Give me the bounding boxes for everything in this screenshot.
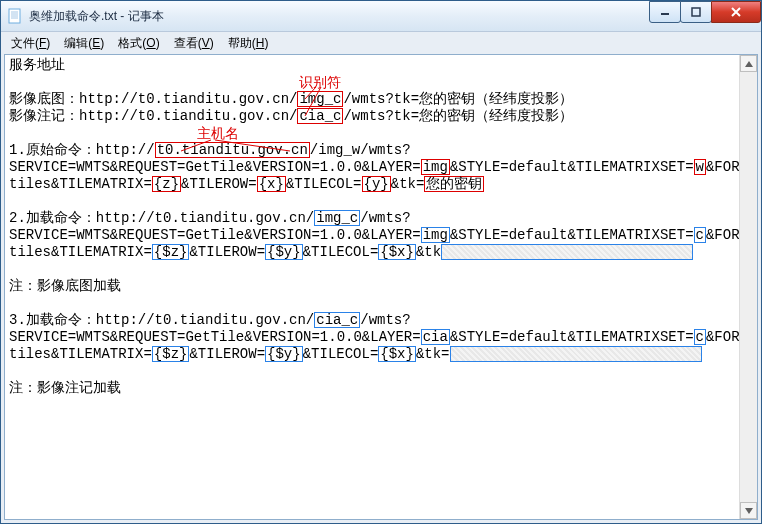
- close-button[interactable]: [711, 1, 761, 23]
- maximize-button[interactable]: [680, 1, 712, 23]
- titlebar[interactable]: 奥维加载命令.txt - 记事本: [1, 1, 761, 32]
- blank-line: [9, 363, 736, 380]
- highlight-cia_c: cia_c: [314, 312, 360, 328]
- highlight-layer: cia: [421, 329, 450, 345]
- highlight-z: {z}: [152, 176, 181, 192]
- censored-key: [441, 244, 693, 260]
- blank-line: [9, 261, 736, 278]
- highlight-img_c: img_c: [297, 91, 343, 107]
- highlight-layer: img: [421, 159, 450, 175]
- highlight-x: {$x}: [378, 244, 416, 260]
- text-line: 影像底图：http://t0.tianditu.gov.cn/img_c/wmt…: [9, 91, 736, 108]
- text-line: tiles&TILEMATRIX={z}&TILEROW={x}&TILECOL…: [9, 176, 736, 193]
- scroll-up-button[interactable]: [740, 55, 757, 72]
- annotation-line: 识别符: [9, 74, 736, 91]
- highlight-x: {x}: [257, 176, 286, 192]
- menu-edit[interactable]: 编辑(E): [58, 33, 110, 54]
- highlight-y: {y}: [362, 176, 391, 192]
- text-line: SERVICE=WMTS&REQUEST=GetTile&VERSION=1.0…: [9, 227, 736, 244]
- notepad-window: 奥维加载命令.txt - 记事本 文件(F) 编辑(E) 格式(O) 查看(V)…: [0, 0, 762, 524]
- svg-rect-6: [692, 8, 700, 16]
- text-line: 影像注记：http://t0.tianditu.gov.cn/cia_c/wmt…: [9, 108, 736, 125]
- highlight-hostname: t0.tianditu.gov.cn: [155, 142, 310, 158]
- text-line: tiles&TILEMATRIX={$z}&TILEROW={$y}&TILEC…: [9, 346, 736, 363]
- highlight-matrixset: c: [694, 227, 706, 243]
- scroll-down-button[interactable]: [740, 502, 757, 519]
- blank-line: [9, 295, 736, 312]
- menu-format[interactable]: 格式(O): [112, 33, 165, 54]
- menu-view[interactable]: 查看(V): [168, 33, 220, 54]
- highlight-z: {$z}: [152, 346, 190, 362]
- censored-key: [450, 346, 702, 362]
- text-line: 1.原始命令：http://t0.tianditu.gov.cn/img_w/w…: [9, 142, 736, 159]
- text-editor[interactable]: 服务地址 识别符 影像底图：http://t0.tianditu.gov.cn/…: [5, 55, 740, 519]
- vertical-scrollbar[interactable]: [739, 55, 757, 519]
- highlight-z: {$z}: [152, 244, 190, 260]
- highlight-y: {$y}: [265, 346, 303, 362]
- highlight-y: {$y}: [265, 244, 303, 260]
- highlight-x: {$x}: [378, 346, 416, 362]
- blank-line: [9, 193, 736, 210]
- text-line: SERVICE=WMTS&REQUEST=GetTile&VERSION=1.0…: [9, 159, 736, 176]
- minimize-button[interactable]: [649, 1, 681, 23]
- highlight-matrixset: c: [694, 329, 706, 345]
- text-line: tiles&TILEMATRIX={$z}&TILEROW={$y}&TILEC…: [9, 244, 736, 261]
- annotation-identifier: 识别符: [299, 75, 341, 90]
- highlight-key: 您的密钥: [424, 176, 484, 192]
- menu-file[interactable]: 文件(F): [5, 33, 56, 54]
- window-title: 奥维加载命令.txt - 记事本: [29, 8, 164, 25]
- text-line: 服务地址: [9, 57, 736, 74]
- highlight-matrixset: w: [694, 159, 706, 175]
- menu-bar: 文件(F) 编辑(E) 格式(O) 查看(V) 帮助(H): [1, 32, 761, 54]
- editor-frame: 服务地址 识别符 影像底图：http://t0.tianditu.gov.cn/…: [4, 54, 758, 520]
- caption-buttons: [650, 1, 761, 23]
- highlight-cia_c: cia_c: [297, 108, 343, 124]
- annotation-line: 主机名: [9, 125, 736, 142]
- text-line: 2.加载命令：http://t0.tianditu.gov.cn/img_c/w…: [9, 210, 736, 227]
- text-line: 3.加载命令：http://t0.tianditu.gov.cn/cia_c/w…: [9, 312, 736, 329]
- text-line: SERVICE=WMTS&REQUEST=GetTile&VERSION=1.0…: [9, 329, 736, 346]
- app-icon: [7, 8, 23, 24]
- text-line: 注：影像底图加载: [9, 278, 736, 295]
- highlight-layer: img: [421, 227, 450, 243]
- highlight-img_c: img_c: [314, 210, 360, 226]
- menu-help[interactable]: 帮助(H): [222, 33, 275, 54]
- annotation-hostname: 主机名: [197, 126, 239, 141]
- text-line: 注：影像注记加载: [9, 380, 736, 397]
